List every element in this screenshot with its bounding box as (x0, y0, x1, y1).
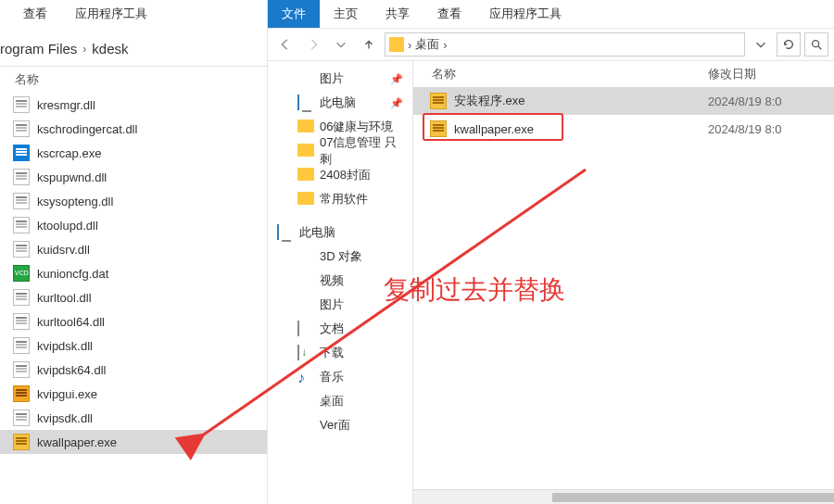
file-icon (13, 289, 30, 306)
tree-item[interactable]: Ver面 (272, 413, 409, 437)
tree-item-label: 3D 对象 (320, 248, 362, 265)
file-name: kwallpaper.exe (454, 122, 534, 136)
tree-item[interactable]: 3D 对象 (272, 245, 409, 269)
file-icon (13, 385, 30, 402)
file-item[interactable]: kurltool.dll (0, 285, 267, 309)
file-item[interactable]: kscrcap.exe (0, 141, 267, 165)
file-name: kurltool.dll (37, 291, 92, 305)
file-name: kvipgui.exe (37, 387, 97, 401)
file-icon (13, 193, 30, 209)
file-item[interactable]: kresmgr.dll (0, 93, 267, 117)
address-dropdown[interactable] (749, 32, 773, 57)
breadcrumb-seg-1[interactable]: rogram Files (0, 41, 77, 57)
tab-home[interactable]: 主页 (320, 0, 372, 28)
file-item[interactable]: kuidsrv.dll (0, 237, 267, 261)
file-name: kscrcap.exe (37, 146, 101, 160)
nav-up-button[interactable] (357, 32, 381, 57)
video-icon (297, 273, 314, 288)
left-breadcrumb[interactable]: rogram Files › kdesk (0, 28, 267, 67)
nav-tree: 图片📌此电脑📌06健康与环境07信息管理 只剩2408封面常用软件此电脑3D 对… (268, 61, 413, 504)
nav-recent-dropdown[interactable] (329, 32, 353, 57)
file-item[interactable]: kwallpaper.exe (0, 430, 267, 454)
dl-icon (297, 346, 314, 360)
svg-point-0 (813, 41, 819, 47)
folder-icon (297, 192, 314, 207)
tab-share[interactable]: 共享 (372, 0, 423, 28)
breadcrumb-seg-2[interactable]: kdesk (92, 41, 128, 57)
file-icon (13, 145, 30, 161)
tree-item-label: 2408封面 (320, 167, 371, 183)
file-item[interactable]: ksysopteng.dll (0, 189, 267, 213)
address-box[interactable]: › 桌面 › (385, 32, 745, 57)
file-icon (13, 265, 30, 282)
file-item[interactable]: kvipgui.exe (0, 382, 267, 406)
col-header-name[interactable]: 名称 (0, 71, 39, 88)
tree-item[interactable]: 图片 (272, 293, 409, 317)
file-name: kuidsrv.dll (37, 243, 90, 257)
tab-app-tools-left[interactable]: 应用程序工具 (61, 0, 161, 28)
tree-item-label: 文档 (320, 321, 344, 337)
file-item[interactable]: kvipsdk.dll (0, 406, 267, 430)
file-name: kvipdsk64.dll (37, 363, 106, 377)
file-icon (13, 241, 30, 258)
col-header-date[interactable]: 修改日期 (708, 66, 756, 82)
file-name: ktoolupd.dll (37, 219, 98, 233)
left-file-list: kresmgr.dllkschrodingercat.dllkscrcap.ex… (0, 93, 267, 504)
file-item[interactable]: kvipdsk64.dll (0, 358, 267, 382)
tab-app-tools-right[interactable]: 应用程序工具 (475, 0, 575, 28)
file-name: kwallpaper.exe (37, 435, 117, 449)
chevron-right-icon: › (408, 38, 411, 52)
tab-file[interactable]: 文件 (268, 0, 320, 28)
tree-item-label: 音乐 (320, 369, 344, 385)
pc-icon (297, 95, 314, 110)
tree-item[interactable]: 此电脑📌 (272, 91, 409, 115)
nav-back-button[interactable] (273, 32, 297, 57)
file-item[interactable]: 安装程序.exe2024/8/19 8:0 (413, 87, 834, 115)
tree-item[interactable]: 常用软件 (272, 187, 409, 211)
breadcrumb-desktop[interactable]: 桌面 (415, 36, 439, 53)
file-item[interactable]: kvipdsk.dll (0, 334, 267, 358)
tree-section-this-pc[interactable]: 此电脑 (272, 220, 409, 245)
file-name: ksysopteng.dll (37, 195, 113, 208)
col-header-name-right[interactable]: 名称 (413, 66, 708, 82)
tree-item-label: 图片 (320, 70, 344, 87)
file-name: kspupwnd.dll (37, 170, 107, 184)
tree-item[interactable]: 07信息管理 只剩 (272, 139, 409, 163)
file-icon (13, 337, 30, 354)
breadcrumb-sep: › (82, 43, 86, 56)
file-item[interactable]: kurltool64.dll (0, 309, 267, 334)
search-button[interactable] (804, 32, 828, 57)
nav-forward-button[interactable] (301, 32, 325, 57)
folder-icon (297, 168, 314, 183)
tree-item-label: 07信息管理 只剩 (320, 134, 409, 168)
file-name: kunioncfg.dat (37, 267, 108, 281)
folder-icon (297, 120, 314, 134)
file-item[interactable]: kwallpaper.exe2024/8/19 8:0 (413, 115, 834, 143)
tree-item[interactable]: 视频 (272, 269, 409, 293)
horizontal-scrollbar[interactable] (413, 489, 834, 504)
tree-item[interactable]: 图片📌 (272, 67, 409, 91)
tree-item[interactable]: 文档 (272, 317, 409, 341)
right-column-headers: 名称 修改日期 (413, 61, 834, 87)
pictures-icon (297, 297, 314, 312)
music-icon: ♪ (297, 370, 314, 384)
file-item[interactable]: kspupwnd.dll (0, 165, 267, 189)
file-item[interactable]: ktoolupd.dll (0, 213, 267, 237)
tree-item[interactable]: 下载 (272, 341, 409, 365)
tree-item-label: 下载 (320, 345, 344, 361)
right-content-pane: 名称 修改日期 安装程序.exe2024/8/19 8:0kwallpaper.… (413, 61, 834, 504)
file-icon (13, 169, 30, 185)
tree-item-label: 视频 (320, 272, 344, 289)
file-icon (13, 410, 30, 426)
file-date: 2024/8/19 8:0 (708, 122, 782, 136)
refresh-button[interactable] (777, 32, 801, 57)
file-item[interactable]: kunioncfg.dat (0, 261, 267, 285)
tree-item[interactable]: ♪音乐 (272, 365, 409, 389)
tree-item-label: 桌面 (320, 393, 344, 410)
tab-view-left[interactable]: 查看 (9, 0, 61, 28)
tab-view-right[interactable]: 查看 (423, 0, 475, 28)
file-item[interactable]: kschrodingercat.dll (0, 117, 267, 141)
tree-item[interactable]: 桌面 (272, 389, 409, 413)
scroll-thumb[interactable] (552, 493, 834, 502)
file-name: kresmgr.dll (37, 98, 95, 112)
